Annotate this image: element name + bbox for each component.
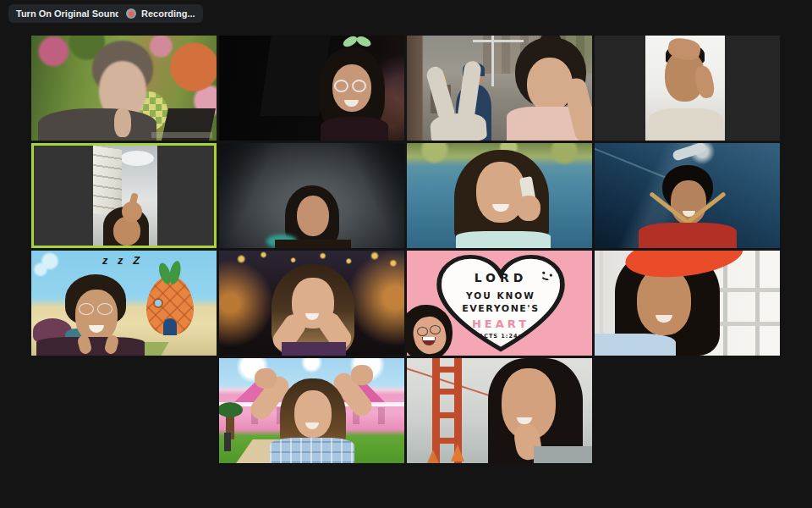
glasses-right xyxy=(97,303,112,315)
top-toolbar: Turn On Original Sound ▾ Recording... xyxy=(0,0,812,27)
traffic-cone-1 xyxy=(451,444,464,461)
participant-tile-7[interactable] xyxy=(407,143,592,248)
plaid-shirt xyxy=(270,438,354,463)
participant-shoulder xyxy=(534,446,592,463)
participant-tile-6[interactable] xyxy=(219,143,404,248)
video-gallery: z z Z LORD YOU KNOW EVERYONE'S xyxy=(31,36,781,463)
participant-face xyxy=(297,196,329,236)
street-pole xyxy=(491,36,494,86)
glasses-right xyxy=(430,325,441,334)
portrait-video-area xyxy=(93,146,157,246)
teeth xyxy=(423,337,435,340)
bridge-tower-rung-3 xyxy=(432,412,462,418)
pole-crossbar xyxy=(473,40,524,42)
participant-tile-10[interactable] xyxy=(219,251,404,356)
participant-tile-5-active-speaker[interactable] xyxy=(31,143,217,248)
sleep-filter-text: z z Z xyxy=(102,254,162,267)
pineapple-window xyxy=(153,298,163,308)
participant-tile-2[interactable] xyxy=(219,36,404,141)
participant-tile-14[interactable] xyxy=(407,358,592,463)
glasses-left xyxy=(334,80,348,92)
pineapple-door xyxy=(163,318,177,335)
verse-line-2: YOU KNOW xyxy=(432,290,569,301)
portrait-video-area xyxy=(645,36,725,141)
window-frame-horizontal-2 xyxy=(720,322,780,326)
participant-tile-13[interactable] xyxy=(219,358,404,463)
cloud xyxy=(120,151,154,166)
recording-dot-icon xyxy=(126,8,136,19)
participant-shirt xyxy=(649,108,723,141)
bridge-tower-rung-1 xyxy=(432,367,462,373)
participant-tile-3[interactable] xyxy=(407,36,592,141)
participant-tile-12[interactable] xyxy=(595,251,780,356)
recording-indicator[interactable]: Recording... xyxy=(118,4,203,23)
verse-reference: ACTS 1:24a xyxy=(432,333,569,340)
heart-verse-text: LORD YOU KNOW EVERYONE'S HEART ACTS 1:24… xyxy=(432,251,569,352)
sprout-filter-leaf-right xyxy=(355,36,373,48)
participant-tile-11[interactable]: LORD YOU KNOW EVERYONE'S HEART ACTS 1:24… xyxy=(407,251,592,356)
participant-torso xyxy=(321,117,388,141)
participant-face xyxy=(113,217,140,246)
participant-shoulders xyxy=(275,240,351,248)
participant-torso xyxy=(38,108,156,141)
red-shirt xyxy=(639,223,737,248)
light-blue-shirt xyxy=(595,334,676,356)
bridge-tower-rung-2 xyxy=(432,389,462,395)
bridge-tower-rung-4 xyxy=(432,438,462,444)
original-sound-label: Turn On Original Sound xyxy=(16,8,121,19)
window-frame-horizontal-1 xyxy=(720,288,780,292)
participant-face xyxy=(294,390,332,438)
bridge-lamp xyxy=(672,143,707,162)
glasses-right xyxy=(352,80,366,92)
window-frame-vertical-2 xyxy=(755,251,760,356)
participant-shirt xyxy=(282,342,346,356)
glasses-left xyxy=(417,327,428,336)
participant-shirt xyxy=(456,231,551,248)
verse-line-3: EVERYONE'S xyxy=(432,303,569,314)
small-figure xyxy=(224,433,231,451)
frame-gesture-hand-left xyxy=(255,368,277,389)
participant-face xyxy=(637,268,691,335)
glasses-left xyxy=(79,303,94,315)
participant-tile-4[interactable] xyxy=(595,36,780,141)
background-watermark xyxy=(151,132,212,138)
white-building xyxy=(93,146,122,218)
participant-tile-8[interactable] xyxy=(595,143,780,248)
participant-hand xyxy=(114,108,131,137)
verse-line-4: HEART xyxy=(432,318,569,330)
participant-tile-9[interactable]: z z Z xyxy=(31,251,217,356)
participant-face xyxy=(75,290,118,342)
hand-holding-phone xyxy=(517,196,540,221)
frame-gesture-hand-right xyxy=(351,365,373,385)
bridge-tower-leg-left xyxy=(432,358,440,463)
recording-label: Recording... xyxy=(141,8,195,19)
participant-tile-1[interactable] xyxy=(31,36,217,141)
